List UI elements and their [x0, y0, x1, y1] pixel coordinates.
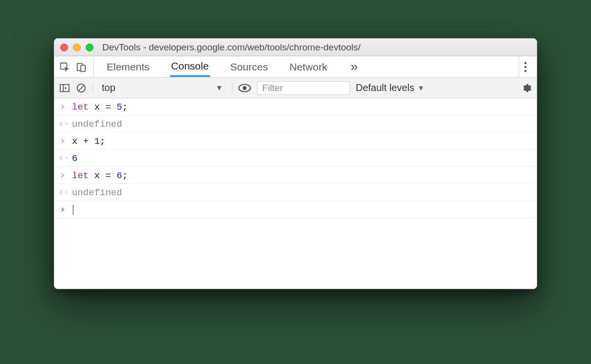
console-row-input: ›x + 1; [54, 133, 537, 150]
input-marker-icon: › [58, 101, 67, 112]
console-row-content: x + 1; [72, 136, 105, 147]
devtools-menu-button[interactable] [519, 56, 532, 77]
filter-input[interactable] [257, 81, 350, 95]
svg-point-4 [524, 66, 526, 68]
svg-rect-2 [81, 65, 85, 71]
live-expression-icon[interactable] [238, 84, 251, 92]
console-row-content [72, 205, 73, 215]
more-tabs-button[interactable]: » [348, 59, 361, 74]
clear-console-icon[interactable] [76, 83, 87, 93]
devtools-tabstrip: Elements Console Sources Network » [54, 56, 537, 78]
console-settings-icon[interactable] [521, 83, 532, 93]
svg-line-9 [79, 85, 84, 91]
minimize-window-button[interactable] [73, 44, 81, 51]
svg-point-3 [524, 62, 526, 64]
log-levels-label: Default levels [356, 82, 414, 93]
console-row-input: ›let x = 6; [54, 167, 537, 184]
toggle-sidebar-icon[interactable] [59, 83, 70, 93]
output-marker-icon: ‹· [58, 118, 67, 129]
chevron-down-icon: ▼ [215, 84, 223, 92]
devtools-window: DevTools - developers.google.com/web/too… [54, 38, 537, 289]
console-row-content: undefined [72, 119, 122, 130]
console-row-content: 6 [72, 153, 77, 164]
chevron-down-icon: ▼ [417, 84, 425, 92]
svg-point-11 [243, 86, 247, 90]
console-output[interactable]: ›let x = 5;‹·undefined›x + 1;‹·6›let x =… [54, 98, 537, 289]
console-row-output: ‹·6 [54, 150, 537, 167]
cursor [73, 205, 73, 215]
execution-context-label: top [102, 82, 115, 93]
tab-network[interactable]: Network [289, 58, 328, 76]
output-marker-icon: ‹· [58, 152, 67, 163]
console-row-content: let x = 5; [72, 102, 128, 113]
console-row-output: ‹·undefined [54, 115, 537, 133]
svg-point-5 [524, 69, 526, 71]
console-row-content: undefined [72, 187, 122, 198]
input-marker-icon: › [58, 169, 67, 180]
execution-context-select[interactable]: top ▼ [99, 81, 226, 94]
console-row-input: ›let x = 5; [54, 98, 537, 115]
inspect-element-icon[interactable] [59, 62, 70, 72]
input-marker-icon: › [58, 135, 67, 146]
window-controls [60, 44, 93, 51]
svg-rect-6 [60, 84, 69, 91]
tab-console[interactable]: Console [170, 57, 210, 77]
zoom-window-button[interactable] [86, 44, 93, 51]
tab-sources[interactable]: Sources [229, 58, 269, 76]
input-marker-icon: › [58, 204, 67, 214]
titlebar: DevTools - developers.google.com/web/too… [54, 39, 537, 56]
console-row-prompt[interactable]: › [54, 201, 537, 218]
tab-elements[interactable]: Elements [106, 58, 151, 76]
separator [92, 83, 93, 93]
console-toolbar: top ▼ Default levels ▼ [54, 78, 537, 98]
log-levels-select[interactable]: Default levels ▼ [356, 82, 425, 93]
separator [232, 83, 232, 93]
device-toolbar-icon[interactable] [76, 62, 87, 72]
console-row-output: ‹·undefined [54, 184, 537, 201]
output-marker-icon: ‹· [58, 186, 67, 197]
close-window-button[interactable] [60, 44, 68, 51]
console-row-content: let x = 6; [72, 170, 128, 181]
window-title: DevTools - developers.google.com/web/too… [102, 42, 361, 53]
